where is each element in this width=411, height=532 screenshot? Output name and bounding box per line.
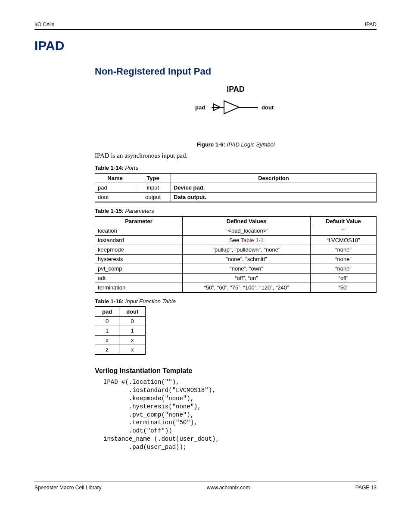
pin-left-label: pad: [195, 104, 205, 111]
cell: 1: [95, 326, 119, 336]
cell: x: [119, 345, 146, 355]
table-row: keepmode "pullup", "pulldown", "none" “n…: [95, 245, 377, 255]
cell: dout: [95, 193, 135, 202]
table-row: 1 1: [95, 326, 146, 336]
cell: “50”: [311, 283, 377, 293]
figure-caption-prefix: Figure 1-6:: [196, 141, 225, 148]
verilog-heading: Verilog Instantiation Template: [95, 367, 377, 375]
cell: Device pad.: [171, 183, 377, 193]
cell: “none”: [311, 245, 377, 255]
ports-table: Name Type Description pad input Device p…: [95, 173, 377, 202]
ports-caption-text: Ports: [125, 165, 138, 171]
ports-caption: Table 1-14: Ports: [95, 165, 377, 171]
cell: "pullup", "pulldown", "none": [183, 245, 311, 255]
figure: IPAD pad dout: [95, 85, 377, 120]
table-row: location “ <pad_location>” “”: [95, 226, 377, 236]
table-header-row: Parameter Defined Values Default Value: [95, 216, 377, 226]
cell: “”: [311, 226, 377, 236]
svg-marker-3: [224, 101, 239, 114]
cell: “none”: [311, 264, 377, 274]
table-header-row: pad dout: [95, 307, 146, 317]
cell: Data output.: [171, 193, 377, 202]
cell: odt: [95, 274, 183, 283]
cell: “ <pad_location>”: [183, 226, 311, 236]
cell: “LVCMOS18”: [311, 236, 377, 245]
cell: “50”, “60”, “75”, “100”, “120”, “240”: [183, 283, 311, 293]
header-left: I/O Cells: [34, 22, 54, 28]
col-type: Type: [135, 173, 171, 183]
table-row: termination “50”, “60”, “75”, “100”, “12…: [95, 283, 377, 293]
intro-text: IPAD is an asynchronous input pad.: [95, 152, 377, 159]
cell: location: [95, 226, 183, 236]
figure-caption-text: IPAD Logic Symbol: [227, 141, 275, 148]
cell: hysteresis: [95, 255, 183, 264]
table-row: pad input Device pad.: [95, 183, 377, 193]
col-values: Defined Values: [183, 216, 311, 226]
cell: 0: [95, 317, 119, 326]
params-table: Parameter Defined Values Default Value l…: [95, 216, 377, 293]
table-link[interactable]: Table 1-1: [241, 237, 264, 243]
ipad-symbol-icon: pad dout: [193, 96, 279, 118]
cell: "none", "schmitt": [183, 255, 311, 264]
cell: “off”: [311, 274, 377, 283]
cell: “none”, “own”: [183, 264, 311, 274]
func-table: pad dout 0 0 1 1 x x z x: [95, 306, 146, 355]
pin-right-label: dout: [262, 104, 274, 111]
cell: z: [95, 345, 119, 355]
col-param: Parameter: [95, 216, 183, 226]
cell-prefix: See: [229, 237, 241, 243]
page-header: I/O Cells IPAD: [34, 22, 377, 30]
func-caption-text: Input Function Table: [125, 298, 176, 305]
cell: x: [95, 336, 119, 345]
table-row: x x: [95, 336, 146, 345]
cell: iostandard: [95, 236, 183, 245]
page-footer: Speedster Macro Cell Library www.achroni…: [34, 482, 377, 491]
cell: keepmode: [95, 245, 183, 255]
cell: See Table 1-1: [183, 236, 311, 245]
table-row: hysteresis "none", "schmitt" “none”: [95, 255, 377, 264]
cell: pvt_comp: [95, 264, 183, 274]
cell: termination: [95, 283, 183, 293]
table-row: dout output Data output.: [95, 193, 377, 202]
col-name: Name: [95, 173, 135, 183]
footer-center: www.achronix.com: [101, 485, 355, 491]
cell: pad: [95, 183, 135, 193]
params-caption-text: Parameters: [125, 208, 154, 214]
header-right: IPAD: [365, 22, 377, 28]
cell: “off”, “on”: [183, 274, 311, 283]
table-row: pvt_comp “none”, “own” “none”: [95, 264, 377, 274]
table-row: odt “off”, “on” “off”: [95, 274, 377, 283]
table-row: 0 0: [95, 317, 146, 326]
cell: output: [135, 193, 171, 202]
cell: input: [135, 183, 171, 193]
verilog-code: IPAD #(.location(""), .iostandard("LVCMO…: [103, 378, 377, 451]
col-default: Default Value: [311, 216, 377, 226]
cell: 0: [119, 317, 146, 326]
subtitle: Non-Registered Input Pad: [95, 66, 377, 77]
col-desc: Description: [171, 173, 377, 183]
cell: 1: [119, 326, 146, 336]
cell: “none”: [311, 255, 377, 264]
logic-symbol: pad dout: [193, 96, 279, 120]
page-title: IPAD: [34, 38, 377, 53]
func-caption-prefix: Table 1-16:: [95, 298, 124, 305]
col-dout: dout: [119, 307, 146, 317]
table-row: z x: [95, 345, 146, 355]
cell: x: [119, 336, 146, 345]
params-caption-prefix: Table 1-15:: [95, 208, 124, 214]
func-caption: Table 1-16: Input Function Table: [95, 298, 377, 305]
table-header-row: Name Type Description: [95, 173, 377, 183]
figure-label: IPAD: [95, 85, 377, 94]
figure-caption: Figure 1-6: IPAD Logic Symbol: [95, 141, 377, 148]
col-pad: pad: [95, 307, 119, 317]
content-area: Non-Registered Input Pad IPAD pad dout F…: [95, 66, 377, 451]
ports-caption-prefix: Table 1-14:: [95, 165, 124, 171]
footer-left: Speedster Macro Cell Library: [34, 485, 101, 491]
params-caption: Table 1-15: Parameters: [95, 208, 377, 214]
table-row: iostandard See Table 1-1 “LVCMOS18”: [95, 236, 377, 245]
footer-right: PAGE 13: [355, 485, 377, 491]
